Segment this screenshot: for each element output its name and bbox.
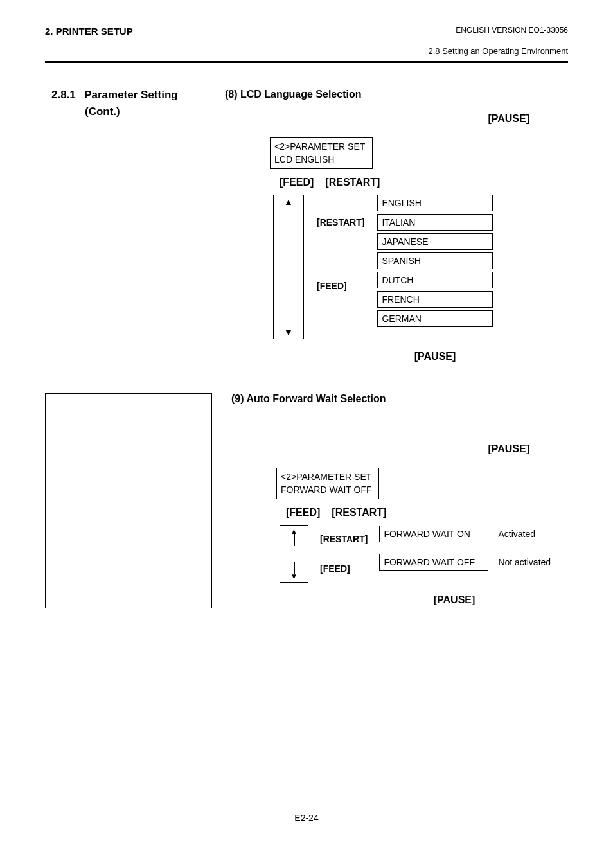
arrow-down-icon: ▼	[290, 572, 298, 581]
section-num: 2.8.1	[51, 89, 76, 101]
sub9-restart: [RESTART]	[332, 507, 386, 518]
sub9-updown-box: ▲ ▼	[280, 525, 308, 583]
lang-box: ENGLISH	[377, 195, 493, 211]
section-cont: (Cont.)	[85, 105, 225, 118]
sub9-lcd-line1: <2>PARAMETER SET	[281, 471, 375, 484]
sub8-lcd-box: <2>PARAMETER SET LCD ENGLISH	[270, 137, 373, 169]
header-divider	[45, 61, 568, 63]
header-left: 2. PRINTER SETUP	[45, 26, 133, 37]
sub8-pause-top: [PAUSE]	[225, 113, 529, 125]
sub9-side-feed: [FEED]	[320, 563, 368, 574]
lang-box: SPANISH	[377, 252, 493, 269]
sub8-lang-list: ENGLISH ITALIAN JAPANESE SPANISH DUTCH F…	[377, 195, 493, 339]
sub8-updown-box: ▲ ▼	[273, 195, 304, 339]
sub9-pause-bottom: [PAUSE]	[341, 594, 568, 606]
fw-label: Not activated	[498, 557, 551, 567]
sub8-feed: [FEED]	[280, 177, 314, 188]
lang-box: GERMAN	[377, 310, 493, 327]
sub9-lcd-line2: FORWARD WAIT OFF	[281, 484, 375, 497]
sub9-lcd-box: <2>PARAMETER SET FORWARD WAIT OFF	[276, 468, 379, 499]
sub8-lcd-line2: LCD ENGLISH	[274, 154, 368, 166]
sub9-side-restart: [RESTART]	[320, 534, 368, 544]
sub9-empty-box	[45, 393, 212, 608]
lang-box: JAPANESE	[377, 233, 493, 250]
sub9-title: (9) Auto Forward Wait Selection	[231, 393, 568, 405]
fw-label: Activated	[498, 529, 535, 539]
sub9-pause-top: [PAUSE]	[231, 443, 529, 455]
sub8-restart: [RESTART]	[325, 177, 380, 188]
page-footer: E2-24	[0, 813, 613, 823]
header-right: ENGLISH VERSION EO1-33056 2.8 Setting an…	[428, 26, 568, 56]
section-heading: 2.8.1 Parameter Setting	[51, 89, 225, 102]
sub9-feed: [FEED]	[286, 507, 320, 518]
fw-box: FORWARD WAIT ON	[379, 526, 488, 542]
lang-box: ITALIAN	[377, 214, 493, 231]
header-right-line1: ENGLISH VERSION EO1-33056	[428, 26, 568, 35]
sub8-lcd-line1: <2>PARAMETER SET	[274, 141, 368, 154]
lang-box: DUTCH	[377, 272, 493, 288]
sub8-side-feed: [FEED]	[317, 281, 364, 291]
lang-box: FRENCH	[377, 291, 493, 308]
arrow-down-icon: ▼	[284, 327, 293, 337]
sub8-side-restart: [RESTART]	[317, 217, 364, 227]
fw-box: FORWARD WAIT OFF	[379, 554, 488, 571]
section-title: Parameter Setting	[84, 89, 178, 101]
header-right-line2: 2.8 Setting an Operating Environment	[428, 46, 568, 56]
sub8-pause-bottom: [PAUSE]	[302, 351, 568, 362]
sub8-title: (8) LCD Language Selection	[225, 89, 568, 100]
